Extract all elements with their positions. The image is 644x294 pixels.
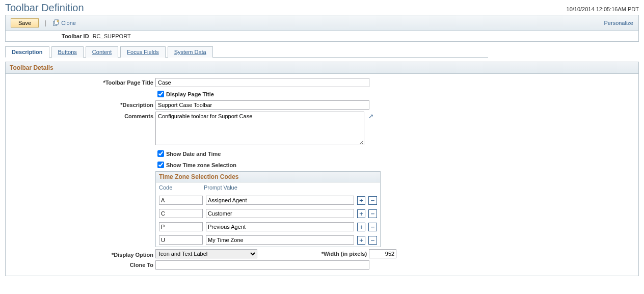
show-datetime-checkbox[interactable] <box>157 150 164 157</box>
show-tz-checkbox[interactable] <box>157 162 164 168</box>
tz-code-input[interactable] <box>159 196 203 205</box>
comments-label: Comments <box>6 112 155 119</box>
display-option-label: *Display Option <box>6 250 155 258</box>
add-row-button[interactable]: + <box>357 196 366 205</box>
clone-link[interactable]: Clone <box>52 19 76 26</box>
zoom-icon[interactable]: ↗ <box>368 113 373 120</box>
comments-textarea[interactable] <box>155 112 364 145</box>
width-input[interactable] <box>369 249 396 258</box>
action-toolbar: Save | Clone Personalize <box>5 15 639 31</box>
tz-code-input[interactable] <box>159 222 203 231</box>
tz-prompt-input[interactable] <box>206 209 354 218</box>
tz-row: + − <box>156 194 380 207</box>
delete-row-button[interactable]: − <box>368 223 377 231</box>
show-datetime-label: Show Date and Time <box>166 151 221 157</box>
tz-row: + − <box>156 233 380 247</box>
section-header: Toolbar Details <box>5 62 639 74</box>
timestamp: 10/10/2014 12:05:16AM PDT <box>567 6 639 12</box>
tz-col-code: Code <box>159 184 204 191</box>
tab-focus-fields[interactable]: Focus Fields <box>120 46 165 58</box>
clone-icon <box>52 19 60 26</box>
description-input[interactable] <box>155 100 369 110</box>
tz-col-prompt: Prompt Value <box>204 184 377 191</box>
tz-code-input[interactable] <box>159 235 203 245</box>
display-option-select[interactable]: Icon and Text Label <box>155 249 257 258</box>
page-title: Toolbar Definition <box>5 2 84 14</box>
toolbar-id-label: Toolbar ID <box>62 33 89 39</box>
clone-label: Clone <box>61 20 76 26</box>
width-label: *Width (in pixels) <box>321 251 367 257</box>
display-page-title-checkbox[interactable] <box>157 91 164 97</box>
toolbar-id-value: RC_SUPPORT <box>93 33 131 39</box>
separator: | <box>45 19 46 26</box>
delete-row-button[interactable]: − <box>368 209 377 218</box>
personalize-link[interactable]: Personalize <box>604 20 633 26</box>
tz-row: + − <box>156 207 380 220</box>
delete-row-button[interactable]: − <box>368 236 377 245</box>
tab-content[interactable]: Content <box>86 46 119 58</box>
section-body: *Toolbar Page Title Display Page Title *… <box>5 74 639 276</box>
tabs: Description Buttons Content Focus Fields… <box>5 46 488 58</box>
tab-description[interactable]: Description <box>5 46 49 58</box>
tab-buttons[interactable]: Buttons <box>51 46 84 58</box>
tz-prompt-input[interactable] <box>206 196 354 205</box>
clone-to-input[interactable] <box>155 260 369 270</box>
add-row-button[interactable]: + <box>357 223 366 231</box>
svg-point-2 <box>57 20 59 22</box>
tz-code-input[interactable] <box>159 209 203 218</box>
save-button[interactable]: Save <box>11 18 39 28</box>
tab-system-data[interactable]: System Data <box>168 46 213 58</box>
page-title-input[interactable] <box>155 78 369 87</box>
tz-grid-title: Time Zone Selection Codes <box>156 172 380 182</box>
show-tz-label: Show Time zone Selection <box>166 162 236 168</box>
add-row-button[interactable]: + <box>357 209 366 218</box>
tz-prompt-input[interactable] <box>206 235 354 245</box>
tz-prompt-input[interactable] <box>206 222 354 231</box>
tz-row: + − <box>156 220 380 233</box>
display-page-title-label: Display Page Title <box>166 91 214 97</box>
tz-grid: Time Zone Selection Codes Code Prompt Va… <box>155 171 381 247</box>
add-row-button[interactable]: + <box>357 236 366 245</box>
id-row: Toolbar ID RC_SUPPORT <box>5 31 639 42</box>
page-title-label: *Toolbar Page Title <box>6 78 155 86</box>
delete-row-button[interactable]: − <box>368 196 377 205</box>
description-label: *Description <box>6 100 155 108</box>
clone-to-label: Clone To <box>6 260 155 268</box>
